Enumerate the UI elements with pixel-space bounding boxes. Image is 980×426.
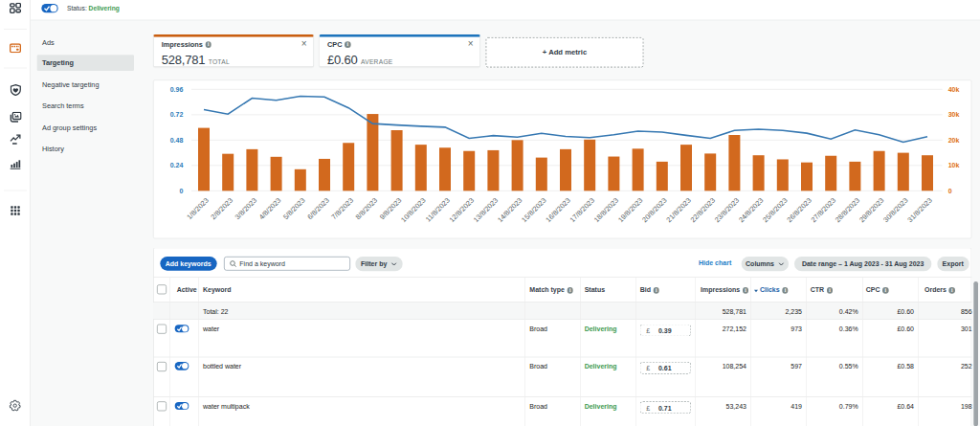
svg-text:29/8/2023: 29/8/2023 bbox=[858, 195, 885, 223]
svg-text:20/8/2023: 20/8/2023 bbox=[640, 195, 668, 223]
svg-text:26/8/2023: 26/8/2023 bbox=[785, 195, 813, 223]
svg-text:2/8/2023: 2/8/2023 bbox=[209, 195, 234, 221]
svg-text:23/8/2023: 23/8/2023 bbox=[713, 195, 741, 223]
svg-text:19/8/2023: 19/8/2023 bbox=[616, 195, 644, 223]
svg-text:16/8/2023: 16/8/2023 bbox=[544, 195, 571, 223]
svg-text:40k: 40k bbox=[948, 85, 960, 92]
svg-text:7/8/2023: 7/8/2023 bbox=[329, 195, 355, 221]
svg-text:11/8/2023: 11/8/2023 bbox=[424, 195, 452, 223]
svg-text:30/8/2023: 30/8/2023 bbox=[881, 195, 909, 223]
svg-text:27/8/2023: 27/8/2023 bbox=[810, 195, 837, 223]
svg-text:13/8/2023: 13/8/2023 bbox=[472, 195, 500, 223]
svg-text:30k: 30k bbox=[948, 111, 960, 118]
svg-text:10/8/2023: 10/8/2023 bbox=[399, 195, 427, 223]
svg-text:24/8/2023: 24/8/2023 bbox=[737, 195, 765, 223]
svg-text:17/8/2023: 17/8/2023 bbox=[568, 195, 596, 223]
svg-text:5/8/2023: 5/8/2023 bbox=[281, 195, 307, 221]
svg-text:8/8/2023: 8/8/2023 bbox=[354, 195, 380, 221]
svg-text:21/8/2023: 21/8/2023 bbox=[664, 195, 692, 223]
svg-text:1/8/2023: 1/8/2023 bbox=[185, 195, 211, 221]
svg-text:0.72: 0.72 bbox=[170, 111, 184, 118]
svg-text:18/8/2023: 18/8/2023 bbox=[592, 195, 620, 223]
svg-text:25/8/2023: 25/8/2023 bbox=[761, 195, 789, 223]
svg-text:31/8/2023: 31/8/2023 bbox=[905, 195, 933, 223]
svg-text:12/8/2023: 12/8/2023 bbox=[448, 195, 476, 223]
svg-text:3/8/2023: 3/8/2023 bbox=[234, 195, 259, 221]
svg-text:0.96: 0.96 bbox=[170, 85, 184, 92]
svg-text:15/8/2023: 15/8/2023 bbox=[520, 195, 547, 223]
svg-text:28/8/2023: 28/8/2023 bbox=[834, 195, 861, 223]
svg-text:6/8/2023: 6/8/2023 bbox=[305, 195, 331, 221]
svg-text:0.24: 0.24 bbox=[170, 162, 184, 168]
svg-text:14/8/2023: 14/8/2023 bbox=[496, 195, 523, 223]
svg-text:0: 0 bbox=[948, 187, 952, 193]
svg-text:10k: 10k bbox=[948, 162, 960, 168]
svg-text:22/8/2023: 22/8/2023 bbox=[689, 195, 717, 223]
svg-text:4/8/2023: 4/8/2023 bbox=[257, 195, 283, 221]
svg-text:20k: 20k bbox=[948, 136, 960, 143]
svg-text:0.48: 0.48 bbox=[170, 136, 184, 143]
svg-text:0: 0 bbox=[179, 187, 183, 193]
